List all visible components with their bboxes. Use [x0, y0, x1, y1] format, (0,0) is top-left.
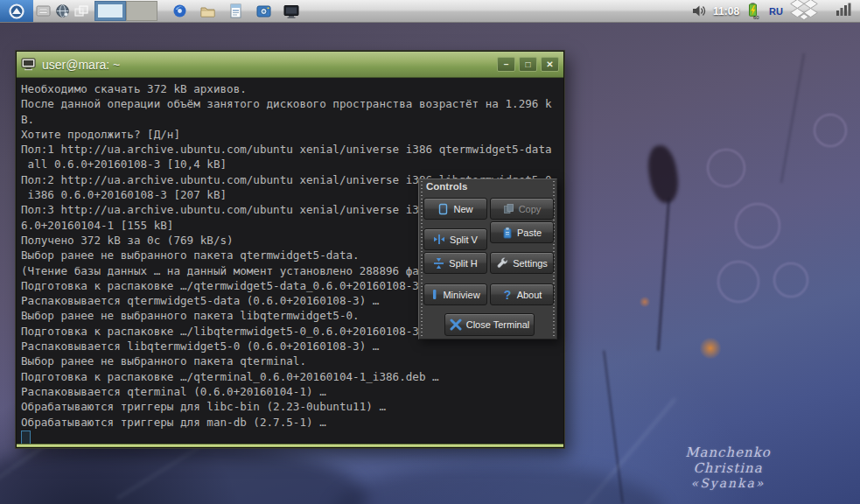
iconify-windows-button[interactable] — [72, 0, 91, 22]
controls-title: Controls — [426, 181, 467, 192]
file-manager-launcher[interactable] — [33, 0, 52, 22]
window-title: user@mara: ~ — [42, 58, 120, 72]
split-horizontal-icon — [433, 257, 444, 270]
signature-nickname: «Syanka» — [649, 476, 807, 490]
split-vertical-button[interactable]: Split V — [423, 228, 487, 250]
maximize-button[interactable]: □ — [519, 57, 537, 72]
window-terminal-icon — [21, 58, 36, 71]
wallpaper-bokeh — [707, 149, 745, 187]
pager-desktop-1[interactable] — [94, 1, 126, 21]
keyboard-layout-indicator[interactable]: RU — [767, 6, 785, 17]
svg-text:60: 60 — [753, 15, 759, 20]
battery-indicator[interactable]: 60 — [744, 0, 763, 22]
terminal-line: Необходимо скачать 372 kB архивов. — [21, 81, 563, 96]
minimize-button[interactable]: – — [497, 57, 515, 72]
drag-handle-left[interactable] — [421, 181, 423, 337]
file-manager-icon — [36, 4, 51, 18]
about-question-icon: ? — [502, 289, 513, 301]
button-label: Copy — [519, 204, 542, 214]
menu-icon — [7, 3, 26, 20]
button-label: Split V — [450, 234, 478, 245]
button-label: New — [453, 204, 472, 214]
folder-icon — [200, 4, 215, 18]
terminal-prompt-line — [21, 430, 563, 444]
browser-icon — [172, 4, 187, 18]
miniview-button[interactable]: Miniview — [423, 284, 487, 305]
controls-popup: Controls New Copy Split V Paste — [418, 178, 557, 340]
terminal-line: Распаковывается libqtermwidget5-0 (0.6.0… — [21, 339, 563, 354]
clock[interactable]: 11:08 — [713, 5, 739, 18]
photo-tool-launcher[interactable] — [254, 0, 273, 22]
close-button[interactable]: ✕ — [541, 57, 559, 72]
button-label: Settings — [513, 258, 548, 269]
folder-launcher[interactable] — [198, 0, 217, 22]
document-icon — [229, 4, 242, 18]
window-resize-edge[interactable] — [17, 444, 563, 447]
terminal-line: Выбор ранее не выбранного пакета qtermin… — [21, 354, 563, 368]
about-button[interactable]: ? About — [490, 284, 554, 305]
copy-icon — [503, 203, 514, 214]
battery-icon: 60 — [746, 2, 760, 20]
terminal-line: Пол:1 http://ua.archive.ubuntu.com/ubunt… — [21, 142, 563, 157]
network-monitor-icon — [836, 2, 851, 17]
system-tray: 11:08 60 RU — [689, 0, 860, 26]
wallpaper-bokeh — [814, 114, 847, 147]
terminal-line: Подготовка к распаковке …/qterminal_0.6.… — [21, 369, 563, 384]
wallpaper-grass — [0, 442, 367, 504]
terminal-line: Хотите продолжить? [Д/н] — [21, 127, 563, 142]
volume-control[interactable] — [689, 0, 709, 22]
wallpaper-bokeh — [773, 262, 808, 298]
svg-text:?: ? — [503, 289, 511, 301]
volume-icon — [691, 4, 707, 18]
wallpaper-stem — [657, 198, 670, 351]
desktop-pager[interactable] — [94, 1, 157, 21]
pager-desktop-2[interactable] — [126, 1, 157, 21]
wallpaper-signature: Manchenko Christina «Syanka» — [649, 444, 807, 490]
dropbox-tray-item[interactable] — [789, 0, 819, 26]
dropbox-icon — [789, 0, 819, 23]
settings-wrench-icon — [496, 257, 508, 270]
button-label: Split H — [449, 258, 477, 269]
terminal-launcher[interactable] — [282, 0, 301, 22]
windows-pager-icon — [73, 4, 89, 18]
quick-launch — [170, 0, 301, 22]
web-globe-icon — [55, 4, 70, 18]
wallpaper-bokeh — [717, 261, 759, 303]
terminal-cursor — [21, 430, 31, 444]
wallpaper-stem — [780, 53, 805, 183]
browser-launcher[interactable] — [170, 0, 189, 22]
terminal-icon — [283, 4, 299, 18]
settings-button[interactable]: Settings — [490, 252, 554, 274]
close-x-icon — [450, 318, 462, 331]
start-menu-button[interactable] — [0, 0, 33, 22]
signature-author: Manchenko Christina — [649, 444, 807, 476]
miniview-icon — [430, 289, 438, 300]
document-launcher[interactable] — [226, 0, 245, 22]
paste-button[interactable]: Paste — [490, 221, 554, 243]
split-vertical-icon — [433, 234, 445, 245]
terminal-line: Обрабатываются триггеры для man-db (2.7.… — [21, 415, 563, 430]
copy-button[interactable]: Copy — [490, 198, 554, 220]
window-controls: – □ ✕ — [497, 57, 559, 72]
terminal-line: Обрабатываются триггеры для libc-bin (2.… — [21, 399, 563, 414]
paste-icon — [502, 227, 513, 239]
button-label: About — [517, 290, 542, 300]
web-launcher[interactable] — [52, 0, 72, 22]
wallpaper-bokeh — [735, 203, 780, 248]
split-horizontal-button[interactable]: Split H — [423, 252, 487, 274]
new-window-icon — [437, 203, 449, 215]
close-terminal-button[interactable]: Close Terminal — [444, 313, 535, 336]
pager-active-desktop — [98, 4, 122, 18]
button-label: Miniview — [443, 290, 479, 300]
terminal-line: B. — [21, 112, 563, 127]
top-panel: 11:08 60 RU — [0, 0, 860, 23]
wallpaper-seedhead — [645, 144, 682, 205]
terminal-titlebar[interactable]: user@mara: ~ – □ ✕ — [17, 52, 563, 78]
photo-icon — [256, 4, 271, 18]
network-monitor[interactable] — [836, 2, 851, 20]
terminal-line: all 0.6.0+20160108-3 [10,4 kB] — [21, 157, 563, 172]
button-label: Close Terminal — [466, 319, 530, 330]
button-label: Paste — [517, 228, 542, 238]
new-terminal-button[interactable]: New — [423, 198, 487, 220]
terminal-line: После данной операции объём занятого дис… — [21, 96, 563, 111]
